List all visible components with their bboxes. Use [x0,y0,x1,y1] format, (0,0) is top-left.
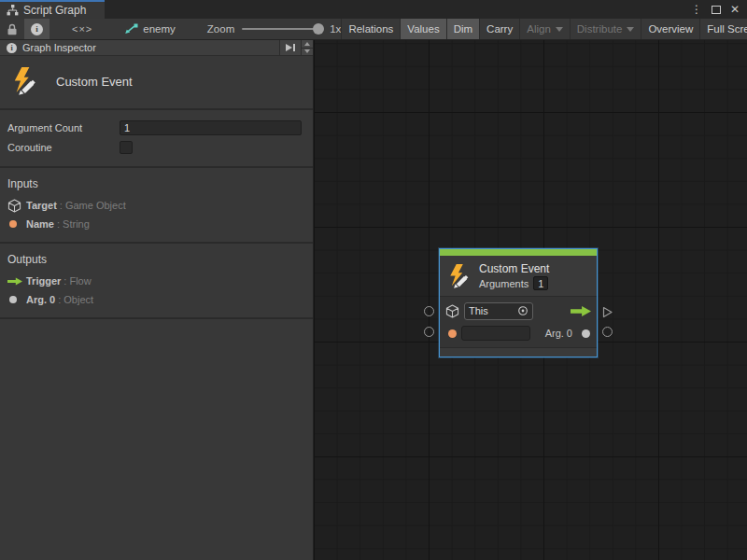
custom-event-node[interactable]: Custom Event Arguments 1 This [439,248,598,357]
carry-button[interactable]: Carry [479,19,519,39]
dim-button[interactable]: Dim [446,19,479,39]
window-close-icon[interactable]: ✕ [730,4,740,15]
list-item: Name : String [0,215,313,233]
output-port-arg0[interactable] [602,327,613,337]
list-item: Target : Game Object [0,196,313,215]
tab-script-graph[interactable]: Script Graph [0,0,105,19]
fullscreen-label: Full Screen [707,23,747,35]
target-this-dropdown[interactable]: This [464,302,533,320]
object-dot-icon [9,296,17,303]
graph-tree-icon [7,5,19,16]
dropdown-arrow-icon [556,27,563,32]
toolbar-right-group: Relations Values Dim Carry Align Distrib… [341,19,747,39]
tab-title: Script Graph [23,4,86,17]
input-port-name[interactable] [424,327,434,337]
inputs-section: Inputs Target : Game Object Name : Strin… [0,168,313,244]
info-icon: i [31,23,43,35]
output-port-trigger[interactable] [601,306,613,318]
window-maximize-icon[interactable] [712,6,721,14]
relations-button[interactable]: Relations [341,19,400,39]
target-picker-icon [517,305,529,316]
script-graph-icon [124,23,138,35]
inputs-heading: Inputs [0,175,313,196]
relations-label: Relations [348,23,393,35]
outputs-section: Outputs Trigger : Flow Arg. 0 : Object [0,244,313,319]
scroll-down-button[interactable] [302,49,313,56]
lock-button[interactable] [0,19,24,39]
pin-type: : String [57,218,90,230]
graph-name: enemy [143,23,176,35]
custom-event-icon [447,264,472,288]
carry-label: Carry [486,23,513,35]
node-header[interactable]: Custom Event Arguments 1 [440,256,597,296]
node-title: Custom Event [479,261,549,276]
pin-type: : Object [58,294,93,305]
dim-label: Dim [454,23,472,35]
pin-name: Trigger [26,275,61,287]
node-arguments-value: 1 [533,276,548,290]
node-footer [440,348,597,357]
dock-panel-button[interactable] [279,40,301,55]
arg0-output-dot-icon[interactable] [582,329,590,338]
window-menu-icon[interactable]: ⋮ [691,4,702,15]
unit-title-block: Custom Event [0,56,313,110]
pin-name: Name [26,218,54,230]
graph-toolbar: i <×> enemy Zoom 1x Relations Values Dim… [0,19,747,40]
panel-title: Graph Inspector [22,42,96,53]
panel-empty-space [0,319,313,560]
dock-right-icon [285,43,296,52]
zoom-label: Zoom [207,23,234,35]
list-item: Arg. 0 : Object [0,290,313,309]
node-arguments-label: Arguments [479,276,529,291]
values-label: Values [407,23,439,35]
align-label: Align [527,23,551,35]
dropdown-arrow-icon [627,27,634,32]
cube-icon [445,304,459,318]
flow-arrow-icon [7,277,22,286]
zoom-slider[interactable] [242,28,322,30]
pin-name: Target [26,200,57,211]
name-input-dot-icon[interactable] [448,329,457,338]
cube-icon [7,199,21,213]
zoom-slider-handle[interactable] [313,23,324,35]
target-value: This [469,305,488,316]
arg0-label: Arg. 0 [545,328,572,339]
node-accent-bar [440,249,597,256]
zoom-control: Zoom 1x [207,19,342,39]
argument-count-label: Argument Count [7,122,120,133]
argument-count-input[interactable] [120,120,302,135]
list-item: Trigger : Flow [0,272,313,290]
string-dot-icon [9,220,17,228]
align-button[interactable]: Align [519,19,570,39]
graph-breadcrumb[interactable]: enemy [115,19,185,39]
pin-type: : Game Object [60,200,126,211]
flow-arrow-icon[interactable] [571,306,591,316]
title-bar: Script Graph ⋮ ✕ [0,0,747,19]
pin-name: Arg. 0 [26,294,55,305]
graph-inspector-panel: i Graph Inspector [0,40,314,560]
event-name-input[interactable] [461,326,530,341]
coroutine-checkbox[interactable] [120,141,133,154]
distribute-label: Distribute [577,23,623,35]
distribute-button[interactable]: Distribute [570,19,641,39]
unit-properties-block: Argument Count Coroutine [0,110,313,168]
zoom-value: 1x [330,23,341,35]
scroll-up-button[interactable] [302,40,313,49]
values-button[interactable]: Values [400,19,445,39]
outputs-heading: Outputs [0,250,313,272]
inspector-toggle-button[interactable]: i [24,19,49,39]
code-preview-button[interactable]: <×> [49,19,115,39]
node-body: This [440,296,597,348]
arrow-down-icon [304,49,310,53]
node-row-target: This [445,300,591,322]
info-icon: i [7,43,17,53]
coroutine-label: Coroutine [7,142,120,153]
scroll-spinner [301,40,313,55]
overview-button[interactable]: Overview [641,19,699,39]
unit-title: Custom Event [56,75,133,89]
lock-icon [7,23,18,35]
input-port-trigger[interactable] [424,306,434,316]
graph-canvas[interactable]: Custom Event Arguments 1 This [314,40,747,560]
panel-header: i Graph Inspector [0,40,313,56]
fullscreen-button[interactable]: Full Screen [699,19,747,39]
